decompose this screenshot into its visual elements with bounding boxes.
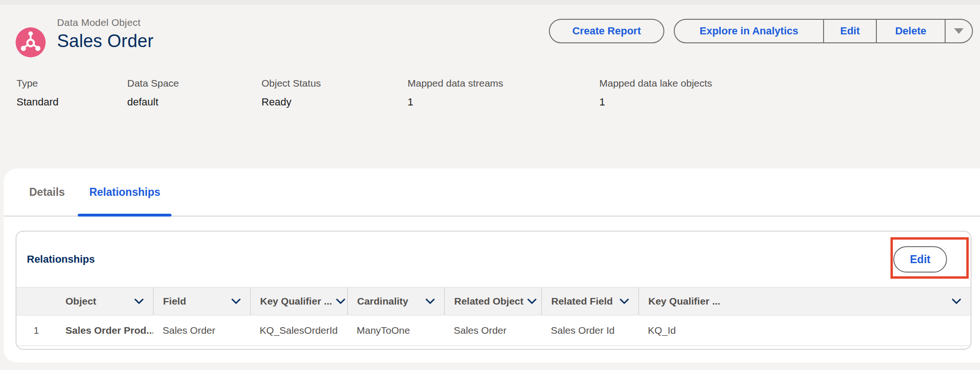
cell-object[interactable]: Sales Order Prod... <box>56 315 153 346</box>
summary-fields: Type Standard Data Space default Object … <box>16 78 712 108</box>
chevron-down-icon[interactable] <box>231 298 241 304</box>
page-header: Data Model Object Sales Order <box>16 17 154 57</box>
column-header-key-qualifier[interactable]: Key Qualifier ... <box>250 288 347 315</box>
chevron-down-icon[interactable] <box>336 298 345 304</box>
more-actions-button[interactable] <box>945 20 972 42</box>
window-top-strip <box>0 0 980 5</box>
chevron-down-icon[interactable] <box>425 298 435 304</box>
field-value: 1 <box>408 96 599 108</box>
tab-relationships[interactable]: Relationships <box>78 169 172 216</box>
row-number-cell: 1 <box>16 315 56 346</box>
record-type-label: Data Model Object <box>57 17 154 28</box>
tab-bar: Details Relationships <box>4 169 980 217</box>
page-title: Sales Order <box>57 31 154 51</box>
field-label: Data Space <box>127 78 261 89</box>
header-action-bar: Create Report Explore in Analytics Edit … <box>549 19 973 43</box>
relationships-panel-title: Relationships <box>27 253 95 265</box>
relationships-edit-button[interactable]: Edit <box>893 246 947 273</box>
chevron-down-icon[interactable] <box>952 298 961 304</box>
field-data-space: Data Space default <box>127 78 261 108</box>
field-label: Mapped data lake objects <box>599 78 712 89</box>
relationships-table: Object Field Key Qualifier ... Cardinali… <box>16 287 971 346</box>
column-header-object[interactable]: Object <box>56 288 153 315</box>
column-header-related-field[interactable]: Related Field <box>541 288 638 315</box>
field-label: Mapped data streams <box>408 78 599 89</box>
field-value: Ready <box>261 96 408 108</box>
field-value: default <box>127 96 261 108</box>
cell-cardinality: ManyToOne <box>347 315 444 346</box>
relationships-panel: Relationships Edit Object Field <box>16 231 972 350</box>
cell-key-qualifier-2: KQ_Id <box>638 315 971 346</box>
cell-field: Sales Order <box>153 315 250 346</box>
column-header-key-qualifier-2[interactable]: Key Qualifier ... <box>638 288 971 315</box>
column-header-field[interactable]: Field <box>153 288 250 315</box>
field-mapped-data-lake-objects: Mapped data lake objects 1 <box>599 78 712 108</box>
caret-down-icon <box>954 28 964 34</box>
cell-key-qualifier: KQ_SalesOrderId <box>250 315 347 346</box>
column-header-cardinality[interactable]: Cardinality <box>347 288 444 315</box>
table-header-row: Object Field Key Qualifier ... Cardinali… <box>16 288 971 315</box>
field-object-status: Object Status Ready <box>261 78 408 108</box>
relationships-panel-header: Relationships Edit <box>16 232 971 287</box>
field-value: 1 <box>599 96 712 108</box>
cell-related-field: Sales Order Id <box>541 315 638 346</box>
field-value: Standard <box>16 96 127 108</box>
edit-button[interactable]: Edit <box>823 20 876 42</box>
row-number-column-header <box>16 288 56 315</box>
chevron-down-icon[interactable] <box>527 298 537 304</box>
chevron-down-icon[interactable] <box>134 298 144 304</box>
main-card: Details Relationships Relationships Edit… <box>4 169 980 362</box>
data-model-icon <box>16 27 46 57</box>
delete-button[interactable]: Delete <box>876 20 945 42</box>
action-button-group: Explore in Analytics Edit Delete <box>674 19 973 43</box>
table-row: 1 Sales Order Prod... Sales Order KQ_Sal… <box>16 315 971 346</box>
field-label: Object Status <box>261 78 408 89</box>
field-type: Type Standard <box>16 78 127 108</box>
cell-related-object: Sales Order <box>444 315 541 346</box>
column-header-related-object[interactable]: Related Object <box>444 288 541 315</box>
field-label: Type <box>16 78 127 89</box>
field-mapped-data-streams: Mapped data streams 1 <box>408 78 599 108</box>
create-report-button[interactable]: Create Report <box>549 19 664 43</box>
tab-details[interactable]: Details <box>18 169 76 216</box>
explore-in-analytics-button[interactable]: Explore in Analytics <box>675 20 823 42</box>
chevron-down-icon[interactable] <box>620 298 629 304</box>
